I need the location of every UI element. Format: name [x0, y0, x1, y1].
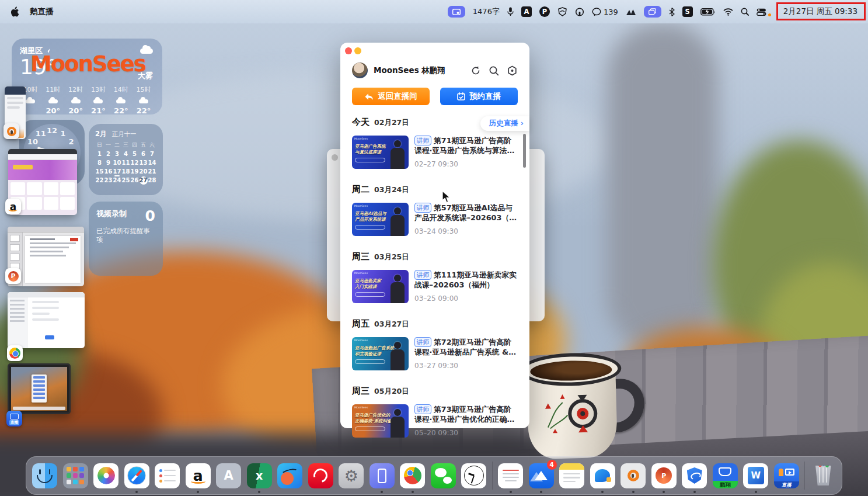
dock-icon-safari[interactable] — [124, 463, 149, 488]
screen-share-pill-icon[interactable] — [448, 6, 465, 18]
chat-bubble-icon[interactable]: 139 — [592, 8, 618, 16]
dock-icon-amazon[interactable]: a — [186, 463, 211, 488]
dock-icon-pc-manager[interactable] — [682, 463, 707, 488]
calendar-day[interactable]: 1 — [95, 150, 104, 158]
dock-icon-wechat[interactable] — [431, 463, 456, 488]
calendar-day[interactable]: 22 — [95, 176, 104, 185]
word-count[interactable]: 1476字 — [473, 6, 500, 17]
calendar-day[interactable]: 13 — [139, 159, 148, 167]
dock-icon-live-app[interactable]: 直播 — [774, 463, 799, 488]
menubar-clock[interactable]: 2月27日 周五 09:33 — [779, 3, 862, 20]
calendar-day[interactable]: 2 — [104, 150, 113, 158]
minimized-window-live[interactable] — [8, 363, 71, 414]
control-center-icon[interactable] — [757, 8, 766, 16]
dock-icon-tencent-meeting[interactable]: 4 — [529, 463, 554, 488]
live-thumbnail[interactable]: MoonSees 亚马逊新卖家 入门实战课 — [352, 270, 409, 303]
s-app-icon[interactable]: S — [682, 6, 693, 17]
weather-widget[interactable]: 湖里区 19° 大雾 10时11时20°12时20°13时21°14时22°15… — [12, 39, 162, 115]
dock-icon-trash[interactable] — [811, 463, 836, 488]
calendar-day[interactable]: 4 — [121, 150, 130, 158]
calendar-day[interactable]: 26 — [130, 176, 139, 185]
live-thumbnail[interactable]: MoonSees 亚马逊广告系统 与算法底座课 — [352, 136, 409, 169]
chrome-app-badge[interactable] — [7, 345, 23, 361]
dock-icon-pengxiang[interactable]: 鹏翔 — [713, 463, 738, 488]
live-thumbnail[interactable]: MoonSees 亚马逊新品广告系统 和立项验证课 — [352, 337, 409, 370]
dock-icon-netease-music[interactable] — [308, 463, 333, 488]
calendar-day[interactable]: 5 — [130, 150, 139, 158]
calendar-day[interactable]: 24 — [113, 176, 121, 185]
calendar-day[interactable]: 20 — [139, 168, 148, 176]
window-mirror-pill-icon[interactable] — [644, 6, 661, 18]
reminders-widget[interactable]: 视频录制 0 已完成所有提醒事项 — [89, 202, 163, 276]
live-item[interactable]: MoonSees 亚马逊新卖家 入门实战课 讲师第111期亚马逊新卖家实战课–2… — [352, 270, 518, 303]
calendar-day[interactable]: 21 — [148, 168, 156, 176]
calendar-day[interactable]: 7 — [148, 150, 156, 158]
microphone-icon[interactable] — [507, 7, 514, 16]
refresh-icon[interactable] — [470, 65, 481, 76]
dock-icon-chrome[interactable] — [400, 463, 425, 488]
dock-icon-iphone-mirroring[interactable] — [369, 463, 395, 488]
dock-icon-openvpn[interactable] — [621, 463, 646, 488]
live-item[interactable]: MoonSees 亚马逊广告优化的 正确姿势·系统纠偏课 讲师第73期亚马逊广告… — [352, 404, 518, 438]
openvpn-app-badge[interactable] — [4, 123, 19, 139]
dock-icon-textedit[interactable] — [498, 463, 523, 488]
dock-icon-finder[interactable] — [32, 463, 57, 488]
input-method-icon[interactable]: A — [521, 6, 532, 17]
dock-icon-word[interactable]: W — [743, 463, 768, 488]
minimize-window-button[interactable] — [354, 47, 361, 54]
live-item[interactable]: MoonSees 亚马逊新品广告系统 和立项验证课 讲师第72期亚马逊广告高阶课… — [352, 337, 518, 370]
dock-icon-app-a[interactable]: A — [216, 463, 241, 488]
calendar-day[interactable]: 11 — [121, 159, 130, 167]
calendar-day[interactable]: 10 — [113, 159, 121, 167]
calendar-day[interactable]: 3 — [113, 150, 121, 158]
spotlight-search-icon[interactable] — [741, 8, 749, 16]
headset-icon[interactable] — [575, 8, 584, 16]
calendar-day[interactable]: 14 — [148, 159, 156, 167]
calendar-day[interactable]: 8 — [95, 159, 104, 167]
inactive-traffic-light[interactable] — [332, 154, 338, 161]
close-window-button[interactable] — [345, 47, 352, 54]
minimized-window-chrome[interactable] — [8, 292, 85, 348]
avatar[interactable] — [352, 63, 368, 78]
calendar-day[interactable]: 18 — [121, 168, 130, 176]
apple-menu-icon[interactable] — [11, 6, 19, 17]
calendar-widget[interactable]: 2月 正月十一 日一二三四五六 123456789101112131415161… — [89, 124, 163, 195]
amazon-app-badge[interactable]: a — [5, 199, 21, 214]
menubar-app-name[interactable]: 鹅直播 — [30, 6, 54, 17]
settings-icon[interactable] — [507, 65, 518, 76]
live-thumbnail[interactable]: MoonSees 亚马逊AI选品与 产品开发系统课 — [352, 203, 409, 236]
calendar-day[interactable]: 16 — [104, 168, 113, 176]
powerpoint-app-badge[interactable] — [5, 268, 21, 284]
search-icon[interactable] — [489, 65, 499, 76]
dock-icon-notes[interactable] — [559, 463, 584, 488]
calendar-day[interactable]: 27 — [140, 176, 148, 185]
live-item[interactable]: MoonSees 亚马逊AI选品与 产品开发系统课 讲师第57期亚马逊AI选品与… — [352, 203, 518, 236]
battery-icon[interactable] — [700, 8, 716, 16]
dock-icon-clock[interactable] — [461, 463, 486, 488]
calendar-day[interactable]: 9 — [104, 159, 113, 167]
bluetooth-icon[interactable] — [669, 8, 675, 16]
dock-icon-system-settings[interactable]: ⚙ — [339, 463, 364, 488]
calendar-day[interactable]: 25 — [121, 176, 130, 185]
dock-icon-qq[interactable] — [590, 463, 615, 488]
dock-icon-powerpoint[interactable] — [651, 463, 677, 488]
dock-icon-freeform[interactable] — [277, 463, 302, 488]
reserve-live-button[interactable]: 预约直播 — [440, 88, 518, 105]
live-app-badge[interactable]: 直播 — [6, 411, 22, 426]
back-to-liveroom-button[interactable]: 返回直播间 — [352, 88, 430, 105]
p-app-icon[interactable]: P — [539, 6, 550, 17]
dock-icon-launchpad[interactable] — [63, 463, 88, 488]
scrollbar-thumb[interactable] — [523, 134, 526, 168]
history-live-link[interactable]: 历史直播 › — [480, 116, 529, 131]
dock-icon-excel[interactable]: x — [247, 463, 272, 488]
calendar-day[interactable]: 23 — [104, 176, 113, 185]
calendar-day[interactable]: 28 — [148, 176, 156, 185]
live-item[interactable]: MoonSees 亚马逊广告系统 与算法底座课 讲师第71期亚马逊广告高阶课程·… — [352, 136, 518, 169]
wifi-icon[interactable] — [723, 8, 733, 16]
dock-icon-reminders[interactable] — [155, 463, 180, 488]
meeting-mountains-icon[interactable] — [626, 8, 636, 16]
pc-manager-icon[interactable] — [557, 7, 567, 16]
live-thumbnail[interactable]: MoonSees 亚马逊广告优化的 正确姿势·系统纠偏课 — [352, 404, 409, 438]
calendar-day[interactable]: 12 — [130, 159, 139, 167]
calendar-day[interactable]: 6 — [139, 150, 148, 158]
